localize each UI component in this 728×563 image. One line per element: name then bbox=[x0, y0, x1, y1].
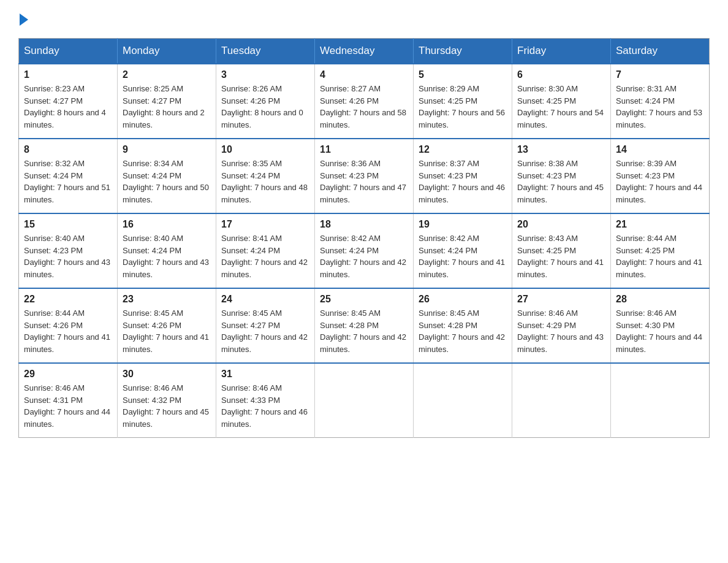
day-info: Sunrise: 8:46 AMSunset: 4:31 PMDaylight:… bbox=[24, 382, 112, 430]
calendar-cell: 28 Sunrise: 8:46 AMSunset: 4:30 PMDaylig… bbox=[611, 288, 710, 363]
calendar-cell: 26 Sunrise: 8:45 AMSunset: 4:28 PMDaylig… bbox=[414, 288, 512, 363]
calendar-cell: 14 Sunrise: 8:39 AMSunset: 4:23 PMDaylig… bbox=[611, 139, 710, 213]
calendar-cell: 20 Sunrise: 8:43 AMSunset: 4:25 PMDaylig… bbox=[512, 213, 611, 288]
day-number: 25 bbox=[320, 294, 408, 305]
day-number: 28 bbox=[616, 294, 704, 305]
day-number: 12 bbox=[419, 144, 507, 155]
calendar-header: SundayMondayTuesdayWednesdayThursdayFrid… bbox=[19, 39, 710, 64]
day-number: 16 bbox=[123, 219, 211, 230]
day-info: Sunrise: 8:40 AMSunset: 4:23 PMDaylight:… bbox=[24, 232, 112, 280]
logo-arrow-icon bbox=[20, 13, 28, 26]
day-info: Sunrise: 8:23 AMSunset: 4:27 PMDaylight:… bbox=[24, 83, 112, 131]
calendar-cell: 17 Sunrise: 8:41 AMSunset: 4:24 PMDaylig… bbox=[216, 213, 315, 288]
calendar-cell: 27 Sunrise: 8:46 AMSunset: 4:29 PMDaylig… bbox=[512, 288, 611, 363]
calendar-cell: 31 Sunrise: 8:46 AMSunset: 4:33 PMDaylig… bbox=[216, 363, 315, 438]
calendar-cell: 4 Sunrise: 8:27 AMSunset: 4:26 PMDayligh… bbox=[315, 64, 414, 139]
day-info: Sunrise: 8:35 AMSunset: 4:24 PMDaylight:… bbox=[221, 158, 309, 205]
day-info: Sunrise: 8:44 AMSunset: 4:25 PMDaylight:… bbox=[616, 232, 704, 280]
calendar-cell: 16 Sunrise: 8:40 AMSunset: 4:24 PMDaylig… bbox=[118, 213, 216, 288]
day-info: Sunrise: 8:34 AMSunset: 4:24 PMDaylight:… bbox=[123, 158, 211, 205]
day-info: Sunrise: 8:31 AMSunset: 4:24 PMDaylight:… bbox=[616, 83, 704, 131]
day-info: Sunrise: 8:30 AMSunset: 4:25 PMDaylight:… bbox=[517, 83, 605, 131]
day-info: Sunrise: 8:40 AMSunset: 4:24 PMDaylight:… bbox=[123, 232, 211, 280]
calendar-table: SundayMondayTuesdayWednesdayThursdayFrid… bbox=[18, 38, 710, 438]
day-number: 13 bbox=[517, 144, 605, 155]
day-info: Sunrise: 8:44 AMSunset: 4:26 PMDaylight:… bbox=[24, 307, 112, 355]
day-info: Sunrise: 8:43 AMSunset: 4:25 PMDaylight:… bbox=[517, 232, 605, 280]
day-number: 3 bbox=[221, 69, 309, 80]
page-header bbox=[18, 12, 710, 26]
day-number: 7 bbox=[616, 69, 704, 80]
day-number: 20 bbox=[517, 219, 605, 230]
day-number: 15 bbox=[24, 219, 112, 230]
calendar-cell: 10 Sunrise: 8:35 AMSunset: 4:24 PMDaylig… bbox=[216, 139, 315, 213]
day-header-monday: Monday bbox=[118, 39, 216, 64]
calendar-cell: 29 Sunrise: 8:46 AMSunset: 4:31 PMDaylig… bbox=[19, 363, 118, 438]
day-header-tuesday: Tuesday bbox=[216, 39, 315, 64]
calendar-cell: 22 Sunrise: 8:44 AMSunset: 4:26 PMDaylig… bbox=[19, 288, 118, 363]
day-info: Sunrise: 8:45 AMSunset: 4:28 PMDaylight:… bbox=[320, 307, 408, 355]
day-header-wednesday: Wednesday bbox=[315, 39, 414, 64]
day-number: 14 bbox=[616, 144, 704, 155]
days-of-week-row: SundayMondayTuesdayWednesdayThursdayFrid… bbox=[19, 39, 710, 64]
calendar-cell: 2 Sunrise: 8:25 AMSunset: 4:27 PMDayligh… bbox=[118, 64, 216, 139]
calendar-cell: 12 Sunrise: 8:37 AMSunset: 4:23 PMDaylig… bbox=[414, 139, 512, 213]
calendar-cell bbox=[611, 363, 710, 438]
day-number: 23 bbox=[123, 294, 211, 305]
calendar-cell bbox=[414, 363, 512, 438]
calendar-cell: 1 Sunrise: 8:23 AMSunset: 4:27 PMDayligh… bbox=[19, 64, 118, 139]
calendar-cell: 24 Sunrise: 8:45 AMSunset: 4:27 PMDaylig… bbox=[216, 288, 315, 363]
day-info: Sunrise: 8:45 AMSunset: 4:26 PMDaylight:… bbox=[123, 307, 211, 355]
calendar-cell: 23 Sunrise: 8:45 AMSunset: 4:26 PMDaylig… bbox=[118, 288, 216, 363]
calendar-cell: 18 Sunrise: 8:42 AMSunset: 4:24 PMDaylig… bbox=[315, 213, 414, 288]
day-info: Sunrise: 8:46 AMSunset: 4:29 PMDaylight:… bbox=[517, 307, 605, 355]
day-info: Sunrise: 8:42 AMSunset: 4:24 PMDaylight:… bbox=[419, 232, 507, 280]
calendar-cell: 8 Sunrise: 8:32 AMSunset: 4:24 PMDayligh… bbox=[19, 139, 118, 213]
day-info: Sunrise: 8:45 AMSunset: 4:28 PMDaylight:… bbox=[419, 307, 507, 355]
day-number: 17 bbox=[221, 219, 309, 230]
day-number: 24 bbox=[221, 294, 309, 305]
logo bbox=[18, 12, 28, 26]
calendar-cell: 15 Sunrise: 8:40 AMSunset: 4:23 PMDaylig… bbox=[19, 213, 118, 288]
calendar-cell: 6 Sunrise: 8:30 AMSunset: 4:25 PMDayligh… bbox=[512, 64, 611, 139]
calendar-cell bbox=[512, 363, 611, 438]
day-number: 6 bbox=[517, 69, 605, 80]
day-info: Sunrise: 8:27 AMSunset: 4:26 PMDaylight:… bbox=[320, 83, 408, 131]
calendar-week-4: 22 Sunrise: 8:44 AMSunset: 4:26 PMDaylig… bbox=[19, 288, 710, 363]
day-number: 10 bbox=[221, 144, 309, 155]
day-number: 31 bbox=[221, 369, 309, 380]
day-info: Sunrise: 8:29 AMSunset: 4:25 PMDaylight:… bbox=[419, 83, 507, 131]
day-header-thursday: Thursday bbox=[414, 39, 512, 64]
calendar-week-3: 15 Sunrise: 8:40 AMSunset: 4:23 PMDaylig… bbox=[19, 213, 710, 288]
day-number: 27 bbox=[517, 294, 605, 305]
day-info: Sunrise: 8:38 AMSunset: 4:23 PMDaylight:… bbox=[517, 158, 605, 205]
calendar-cell: 3 Sunrise: 8:26 AMSunset: 4:26 PMDayligh… bbox=[216, 64, 315, 139]
day-header-friday: Friday bbox=[512, 39, 611, 64]
day-info: Sunrise: 8:39 AMSunset: 4:23 PMDaylight:… bbox=[616, 158, 704, 205]
day-number: 1 bbox=[24, 69, 112, 80]
day-info: Sunrise: 8:46 AMSunset: 4:33 PMDaylight:… bbox=[221, 382, 309, 430]
day-number: 11 bbox=[320, 144, 408, 155]
calendar-cell bbox=[315, 363, 414, 438]
calendar-cell: 30 Sunrise: 8:46 AMSunset: 4:32 PMDaylig… bbox=[118, 363, 216, 438]
day-number: 30 bbox=[123, 369, 211, 380]
calendar-week-2: 8 Sunrise: 8:32 AMSunset: 4:24 PMDayligh… bbox=[19, 139, 710, 213]
day-number: 8 bbox=[24, 144, 112, 155]
day-number: 5 bbox=[419, 69, 507, 80]
calendar-cell: 19 Sunrise: 8:42 AMSunset: 4:24 PMDaylig… bbox=[414, 213, 512, 288]
day-header-saturday: Saturday bbox=[611, 39, 710, 64]
day-number: 19 bbox=[419, 219, 507, 230]
day-info: Sunrise: 8:37 AMSunset: 4:23 PMDaylight:… bbox=[419, 158, 507, 205]
day-number: 18 bbox=[320, 219, 408, 230]
day-header-sunday: Sunday bbox=[19, 39, 118, 64]
day-info: Sunrise: 8:46 AMSunset: 4:32 PMDaylight:… bbox=[123, 382, 211, 430]
day-info: Sunrise: 8:45 AMSunset: 4:27 PMDaylight:… bbox=[221, 307, 309, 355]
day-number: 21 bbox=[616, 219, 704, 230]
day-info: Sunrise: 8:41 AMSunset: 4:24 PMDaylight:… bbox=[221, 232, 309, 280]
calendar-body: 1 Sunrise: 8:23 AMSunset: 4:27 PMDayligh… bbox=[19, 64, 710, 438]
calendar-cell: 9 Sunrise: 8:34 AMSunset: 4:24 PMDayligh… bbox=[118, 139, 216, 213]
day-info: Sunrise: 8:25 AMSunset: 4:27 PMDaylight:… bbox=[123, 83, 211, 131]
day-number: 22 bbox=[24, 294, 112, 305]
day-info: Sunrise: 8:46 AMSunset: 4:30 PMDaylight:… bbox=[616, 307, 704, 355]
day-info: Sunrise: 8:32 AMSunset: 4:24 PMDaylight:… bbox=[24, 158, 112, 205]
